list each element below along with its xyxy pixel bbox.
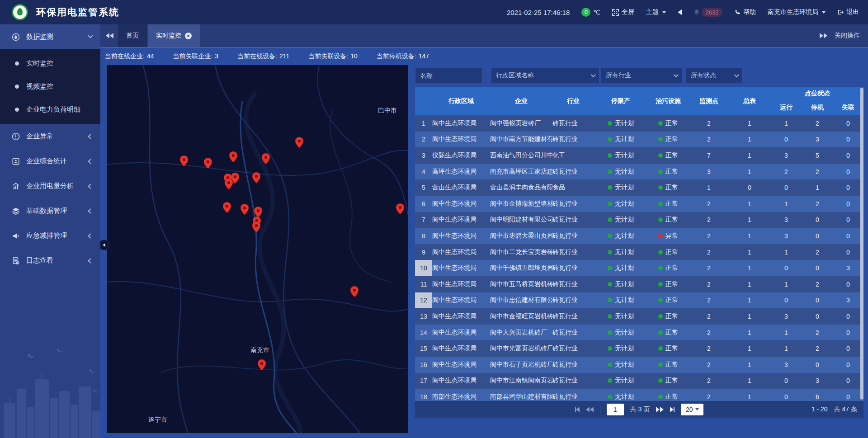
first-page-button[interactable] — [575, 407, 580, 412]
help-button[interactable]: 帮助 — [734, 8, 756, 16]
chevron-down-icon — [822, 11, 826, 14]
sidebar-item-label: 数据监测 — [26, 33, 53, 41]
layers-icon — [12, 207, 20, 215]
chevron-left-icon — [88, 134, 93, 139]
table-row[interactable]: 7阆中生态环境局阆中明阳建材有限公司砖瓦行业无计划正常21300 — [415, 212, 863, 228]
table-row[interactable]: 9阆中生态环境局阆中市二龙长宝页岩砖砖瓦行业无计划正常21120 — [415, 244, 863, 260]
map-pin-icon[interactable] — [262, 153, 270, 164]
table-row[interactable]: 5营山生态环境局营山县润丰肉食品有限食品无计划正常10010 — [415, 179, 863, 196]
sidebar-item-基础数据管理[interactable]: 基础数据管理 — [0, 198, 100, 223]
notification-count-badge: 2632 — [702, 8, 722, 17]
table-row[interactable]: 18南部生态环境局南部县鸿华山建材有限砖瓦行业无计划正常21060 — [415, 389, 863, 401]
cell-index: 5 — [415, 179, 432, 196]
logout-button[interactable]: 退出 — [837, 8, 859, 16]
cell-stopped: 0 — [802, 313, 833, 320]
theme-dropdown[interactable]: 主题 — [646, 8, 666, 16]
cell-region: 阆中生态环境局 — [432, 280, 490, 288]
sidebar-item-数据监测[interactable]: 数据监测 — [0, 24, 100, 49]
status-dot-icon — [608, 137, 612, 141]
mute-button[interactable] — [678, 9, 682, 15]
status-dot-icon — [608, 234, 612, 238]
map[interactable]: 巴中市南充市遂宁市 — [107, 65, 408, 433]
status-dot-icon — [658, 121, 663, 126]
cell-pollution-facility: 正常 — [647, 216, 689, 224]
table-row[interactable]: 17阆中生态环境局阆中市江南镇阆南页岩砖瓦行业无计划正常21030 — [415, 373, 863, 389]
sidebar-item-应急减排管理[interactable]: 应急减排管理 — [0, 223, 100, 248]
page-number-input[interactable] — [607, 404, 624, 415]
sidebar-item-企业用电量分析[interactable]: 企业用电量分析 — [0, 174, 100, 198]
sidebar-item-日志查看[interactable]: 日志查看 — [0, 248, 100, 273]
map-pin-icon[interactable] — [180, 155, 188, 166]
speaker-mute-icon — [678, 9, 682, 15]
sidebar-item-label: 企业用电量分析 — [26, 182, 74, 190]
table-row[interactable]: 13阆中生态环境局阆中市金福旺页岩机砖砖瓦行业无计划正常21300 — [415, 308, 863, 325]
notification-button[interactable]: 2632 — [693, 8, 722, 17]
table-row[interactable]: 10阆中生态环境局阆中千佛镇五郎垭页岩砖瓦行业无计划正常21003 — [415, 260, 863, 276]
stats-icon — [12, 157, 20, 165]
cell-lost: 0 — [833, 184, 863, 191]
status-filter-select[interactable]: 所有状态 — [686, 68, 743, 83]
cell-total-meter: 1 — [729, 361, 770, 368]
map-pin-icon[interactable] — [225, 179, 233, 189]
cell-stopped: 0 — [802, 216, 833, 223]
table-row[interactable]: 6阆中生态环境局阆中市金博瑞新型墙材砖瓦行业无计划正常21120 — [415, 196, 863, 212]
table-row[interactable]: 8阆中生态环境局阆中市枣碧大梁山页岩砖瓦行业无计划异常21300 — [415, 228, 863, 244]
sidebar-item-企业异常[interactable]: 企业异常 — [0, 124, 100, 149]
map-pin-icon[interactable] — [223, 202, 231, 213]
fullscreen-button[interactable]: 全屏 — [612, 8, 634, 16]
name-filter-input[interactable] — [420, 72, 478, 79]
table-row[interactable]: 16阆中生态环境局阆中市石子页岩机砖厂砖瓦行业无计划正常21300 — [415, 357, 863, 373]
header-lost: 失联 — [833, 100, 863, 115]
prev-page-button[interactable] — [586, 407, 594, 412]
table-row[interactable]: 2阆中生态环境局阆中市南方节能建材有砖瓦行业无计划正常21030 — [415, 132, 863, 148]
tabs-scroll-right-button[interactable] — [820, 33, 827, 38]
region-filter-value: 行政区域名称 — [496, 71, 534, 80]
map-pin-icon[interactable] — [396, 203, 404, 214]
map-pin-icon[interactable] — [252, 221, 260, 232]
region-filter-select[interactable]: 行政区域名称 — [491, 68, 599, 83]
sidebar-item-label: 日志查看 — [26, 256, 53, 265]
sidebar-item-企业综合统计[interactable]: 企业综合统计 — [0, 149, 100, 174]
cell-lost: 0 — [833, 216, 863, 223]
map-pin-icon[interactable] — [241, 204, 249, 215]
industry-filter-select[interactable]: 所有行业 — [601, 68, 682, 83]
sidebar-subitem-实时监控[interactable]: 实时监控 — [0, 52, 100, 75]
table-row[interactable]: 3仪陇生态环境局西南油气田分公司川中化工无计划正常71350 — [415, 147, 863, 164]
table-row[interactable]: 4高坪生态环境局南充市高坪区王家店建砖瓦行业无计划正常31220 — [415, 164, 863, 180]
close-icon[interactable]: × — [185, 33, 192, 39]
next-page-button[interactable] — [656, 407, 664, 412]
sidebar-item-label: 企业异常 — [26, 132, 53, 141]
tab-实时监控[interactable]: 实时监控× — [148, 24, 200, 47]
sidebar-subitem-企业电力负荷明细[interactable]: 企业电力负荷明细 — [0, 98, 100, 121]
cell-running: 3 — [770, 313, 802, 320]
close-operations-button[interactable]: 关闭操作 — [835, 32, 860, 40]
sidebar-subitem-视频监控[interactable]: 视频监控 — [0, 75, 100, 98]
cell-pollution-facility: 正常 — [647, 119, 689, 127]
map-pin-icon[interactable] — [258, 359, 266, 370]
org-dropdown[interactable]: 南充市生态环境局 — [768, 8, 826, 16]
table-row[interactable]: 12阆中生态环境局阆中市忠信建材有限公砖瓦行业无计划正常21003 — [415, 292, 863, 309]
table-row[interactable]: 14阆中生态环境局阆中大兴页岩机砖厂砖瓦行业无计划正常21120 — [415, 325, 863, 341]
status-dot-icon — [608, 395, 612, 399]
chevron-left-icon — [88, 184, 93, 188]
map-pin-icon[interactable] — [229, 151, 237, 162]
name-filter-field — [415, 68, 483, 83]
map-pin-icon[interactable] — [204, 158, 212, 169]
table-row[interactable]: 11阆中生态环境局阆中市五马桥页岩机砖砖瓦行业无计划正常21120 — [415, 276, 863, 292]
map-pin-icon[interactable] — [295, 137, 303, 148]
cell-stopped: 6 — [802, 393, 833, 400]
map-pin-icon[interactable] — [252, 172, 260, 183]
cell-company: 阆中市石子页岩机砖厂 — [490, 361, 552, 369]
tabs-scroll-left-button[interactable] — [106, 33, 113, 38]
table-scrollbar[interactable] — [860, 88, 863, 400]
table-row[interactable]: 15阆中生态环境局阆中市光富页岩机砖厂砖瓦行业无计划正常21120 — [415, 340, 863, 357]
map-pin-icon[interactable] — [350, 286, 359, 297]
cell-region: 阆中生态环境局 — [432, 312, 490, 320]
tab-首页[interactable]: 首页 — [118, 24, 147, 47]
cell-running: 0 — [770, 136, 802, 143]
table-body: 1阆中生态环境局阆中强锐页岩砖厂砖瓦行业无计划正常211202阆中生态环境局阆中… — [415, 115, 863, 401]
table-row[interactable]: 1阆中生态环境局阆中强锐页岩砖厂砖瓦行业无计划正常21120 — [415, 115, 863, 132]
last-page-button[interactable] — [670, 407, 675, 412]
map-pin-icon[interactable] — [254, 207, 262, 217]
page-size-select[interactable]: 20 — [681, 404, 703, 415]
